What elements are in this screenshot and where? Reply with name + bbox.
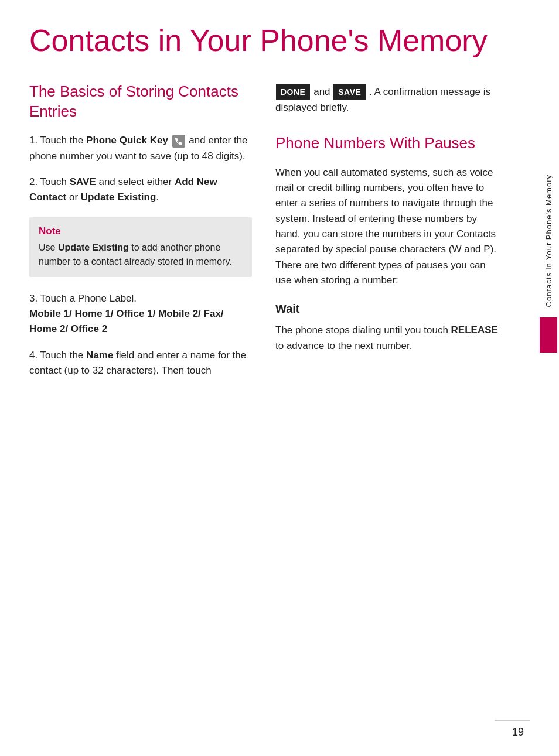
step-1-text-before: Touch the xyxy=(40,135,86,146)
confirmation-line: DONE and SAVE . A confirmation message i… xyxy=(275,84,498,116)
step-1-bold1: Phone Quick Key xyxy=(86,135,168,146)
svg-rect-0 xyxy=(172,135,185,148)
step-2-bold3: Update Existing xyxy=(81,191,156,203)
step-3-bold1: Mobile 1/ Home 1/ Office 1/ Mobile 2/ Fa… xyxy=(29,308,224,334)
step-4-bold1: Name xyxy=(86,350,113,361)
and-text: and xyxy=(313,86,333,97)
note-text-before: Use xyxy=(39,242,58,252)
step-2: 2. Touch SAVE and select either Add New … xyxy=(29,175,252,206)
side-tab: Contacts in Your Phone's Memory xyxy=(538,117,559,410)
side-tab-text: Contacts in Your Phone's Memory xyxy=(544,175,553,307)
wait-text-before: The phone stops dialing until you touch xyxy=(275,324,451,336)
right-section-heading: Phone Numbers With Pauses xyxy=(275,134,498,153)
note-bold: Update Existing xyxy=(58,242,129,252)
wait-text-after: to advance to the next number. xyxy=(275,340,412,351)
step-3-num: 3. xyxy=(29,293,40,304)
note-text: Use Update Existing to add another phone… xyxy=(39,241,243,269)
step-2-text-end: or xyxy=(66,191,81,203)
step-4-text-before: Touch the xyxy=(40,350,86,361)
page-number: 19 xyxy=(512,726,524,738)
wait-heading: Wait xyxy=(275,302,498,316)
main-content: Contacts in Your Phone's Memory The Basi… xyxy=(0,0,527,756)
save-button-label: SAVE xyxy=(333,84,366,101)
step-1-num: 1. xyxy=(29,135,40,146)
bottom-rule xyxy=(495,720,530,721)
right-column: DONE and SAVE . A confirmation message i… xyxy=(275,82,498,389)
page-container: Contacts in Your Phone's Memory The Basi… xyxy=(0,0,559,756)
steps-list-2: 3. Touch a Phone Label. Mobile 1/ Home 1… xyxy=(29,291,252,379)
note-box: Note Use Update Existing to add another … xyxy=(29,217,252,277)
step-3-text-before: Touch a Phone Label. xyxy=(40,293,137,304)
step-2-text-before: Touch xyxy=(40,176,70,187)
wait-bold: RELEASE xyxy=(451,324,498,336)
pauses-body-text: When you call automated systems, such as… xyxy=(275,165,498,289)
step-2-text-mid: and select either xyxy=(96,176,175,187)
side-tab-bar xyxy=(540,317,557,353)
note-label: Note xyxy=(39,225,243,237)
step-1: 1. Touch the Phone Quick Key and enter t… xyxy=(29,133,252,164)
step-2-num: 2. xyxy=(29,176,40,187)
left-column: The Basics of Storing Contacts Entries 1… xyxy=(29,82,252,389)
page-title: Contacts in Your Phone's Memory xyxy=(29,23,498,59)
step-2-text-final: . xyxy=(156,191,159,203)
steps-list: 1. Touch the Phone Quick Key and enter t… xyxy=(29,133,252,205)
wait-body-text: The phone stops dialing until you touch … xyxy=(275,323,498,354)
step-3: 3. Touch a Phone Label. Mobile 1/ Home 1… xyxy=(29,291,252,337)
phone-quick-key-icon xyxy=(172,135,185,148)
step-4-num: 4. xyxy=(29,350,40,361)
step-2-bold1: SAVE xyxy=(70,176,96,187)
left-section-heading: The Basics of Storing Contacts Entries xyxy=(29,82,252,122)
columns-layout: The Basics of Storing Contacts Entries 1… xyxy=(29,82,498,389)
done-button-label: DONE xyxy=(276,84,310,101)
step-4: 4. Touch the Name field and enter a name… xyxy=(29,348,252,379)
